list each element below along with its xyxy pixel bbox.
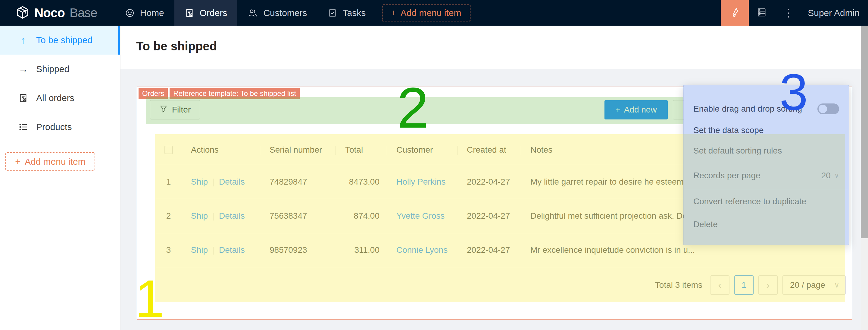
logo-text-base: Base	[69, 6, 97, 20]
page-title: To be shipped	[136, 39, 217, 53]
logo-text-noco: Noco	[34, 6, 65, 20]
nav-tab-label: Customers	[263, 8, 307, 18]
top-navbar: NocoBase Home	[0, 0, 868, 26]
previous-page-button[interactable]: ‹	[710, 275, 730, 295]
table-pagination: Total 3 items ‹ 1 › 20 / page ∨	[156, 271, 846, 299]
notes-cell: Mr excellence inquietude conviction is i…	[521, 245, 846, 255]
page-1-button[interactable]: 1	[734, 275, 753, 295]
serial-number-cell: 74829847	[260, 177, 336, 187]
details-action-link[interactable]: Details	[219, 177, 245, 186]
menu-item-set-data-scope[interactable]: Set the data scope	[684, 120, 849, 141]
sidebar-item-shipped[interactable]: → Shipped	[0, 55, 120, 84]
nav-tab-home[interactable]: Home	[115, 0, 175, 26]
sidebar-item-to-be-shipped[interactable]: ↑ To be shipped	[0, 26, 120, 55]
column-header-serial: Serial number	[260, 141, 336, 158]
page-size-value: 20 / page	[790, 280, 825, 290]
customer-link[interactable]: Holly Perkins	[396, 177, 445, 186]
sidebar-item-label: To be shipped	[36, 35, 92, 45]
cube-logo-icon	[16, 5, 30, 21]
plus-icon: +	[615, 105, 620, 115]
chevron-down-icon: ∨	[834, 281, 839, 289]
add-new-button[interactable]: + Add new	[604, 100, 668, 119]
menu-item-set-default-sorting[interactable]: Set default sorting rules	[684, 141, 849, 161]
select-all-checkbox[interactable]	[164, 146, 173, 154]
action-divider	[213, 247, 214, 255]
records-per-page-value: 20	[821, 171, 831, 181]
sidebar-item-label: Shipped	[36, 64, 69, 74]
next-page-button[interactable]: ›	[758, 275, 778, 295]
ship-action-link[interactable]: Ship	[191, 245, 208, 255]
collections-database-button[interactable]	[749, 0, 775, 26]
nav-tab-customers[interactable]: Customers	[237, 0, 317, 26]
nav-tab-orders[interactable]: Orders	[175, 0, 238, 26]
page-size-select[interactable]: 20 / page ∨	[782, 275, 846, 295]
more-options-button[interactable]: ⋮	[775, 7, 802, 19]
sidebar: ↑ To be shipped → Shipped All orders	[0, 26, 121, 330]
sidebar-item-products[interactable]: Products	[0, 112, 120, 141]
column-header-created-at: Created at	[457, 141, 521, 158]
menu-item-label: Enable drag and drop sorting	[693, 104, 802, 114]
filter-label: Filter	[172, 105, 191, 115]
sidebar-item-label: Products	[36, 122, 72, 132]
serial-number-cell: 98570923	[260, 245, 336, 255]
add-new-label: Add new	[624, 105, 657, 115]
customers-people-icon	[248, 8, 258, 18]
nav-tab-label: Orders	[200, 8, 227, 18]
menu-item-convert-reference[interactable]: Convert reference to duplicate	[684, 190, 849, 213]
block-designer-menu: Enable drag and drop sorting Set the dat…	[684, 85, 849, 245]
created-at-cell: 2022-04-27	[457, 177, 521, 187]
filter-button[interactable]: Filter	[150, 100, 200, 119]
kebab-icon: ⋮	[783, 7, 794, 19]
menu-item-label: Delete	[693, 220, 718, 229]
plus-icon: +	[391, 8, 396, 18]
arrow-right-icon: →	[18, 64, 28, 75]
menu-item-label: Convert reference to duplicate	[693, 197, 806, 206]
menu-item-delete[interactable]: Delete	[684, 213, 849, 236]
drag-sorting-toggle[interactable]	[817, 104, 839, 114]
serial-number-cell: 75638347	[260, 211, 336, 221]
arrow-up-icon: ↑	[18, 35, 28, 46]
add-menu-item-label: Add menu item	[25, 157, 86, 167]
order-doc-icon	[185, 8, 194, 18]
filter-funnel-icon	[159, 105, 168, 115]
collection-tag: Orders	[138, 88, 168, 99]
add-menu-item-label: Add menu item	[401, 8, 461, 18]
sidebar-add-menu-item-button[interactable]: + Add menu item	[5, 152, 95, 171]
chevron-right-icon: ›	[766, 279, 770, 291]
menu-item-enable-drag-sorting[interactable]: Enable drag and drop sorting	[684, 98, 849, 120]
row-index: 2	[156, 211, 181, 221]
check-square-icon	[328, 8, 337, 18]
smiley-icon	[125, 8, 135, 18]
nav-tab-label: Tasks	[343, 8, 366, 18]
menu-item-label: Set the data scope	[693, 126, 764, 135]
page-header: To be shipped	[121, 26, 868, 69]
scrollbar-thumb[interactable]	[861, 26, 868, 238]
sidebar-item-all-orders[interactable]: All orders	[0, 84, 120, 112]
menu-item-records-per-page[interactable]: Records per page 20 ∨	[684, 161, 849, 190]
column-header-total: Total	[336, 141, 387, 158]
total-items-label: Total 3 items	[655, 280, 702, 290]
nocobase-app: NocoBase Home	[0, 0, 868, 330]
ship-action-link[interactable]: Ship	[191, 211, 208, 220]
navbar-add-menu-item-button[interactable]: + Add menu item	[382, 4, 470, 21]
block-designer-tags: Orders Reference template: To be shipped…	[138, 88, 300, 99]
nocobase-logo[interactable]: NocoBase	[0, 5, 115, 21]
row-index: 3	[156, 245, 181, 255]
navbar-right-cluster: ⋮ Super Admin	[721, 0, 868, 26]
details-action-link[interactable]: Details	[219, 211, 245, 220]
chevron-down-icon: ∨	[834, 172, 839, 180]
customer-link[interactable]: Connie Lyons	[396, 245, 447, 255]
user-menu[interactable]: Super Admin	[802, 8, 868, 18]
list-icon	[18, 122, 28, 132]
ui-editor-button[interactable]	[721, 0, 749, 26]
total-cell: 8473.00	[336, 177, 387, 187]
details-action-link[interactable]: Details	[219, 245, 245, 255]
nav-tab-tasks[interactable]: Tasks	[317, 0, 376, 26]
total-cell: 874.00	[336, 211, 387, 221]
total-cell: 311.00	[336, 245, 387, 255]
created-at-cell: 2022-04-27	[457, 211, 521, 221]
ship-action-link[interactable]: Ship	[191, 177, 208, 186]
customer-link[interactable]: Yvette Gross	[396, 211, 444, 220]
doc-check-icon	[18, 93, 28, 103]
highlighter-icon	[730, 7, 740, 19]
